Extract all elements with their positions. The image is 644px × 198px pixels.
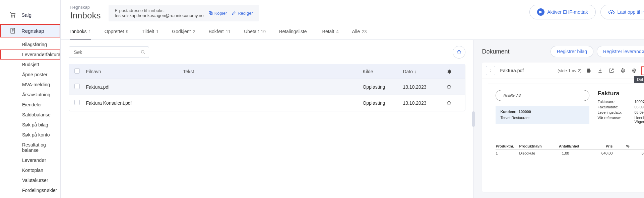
- sidebar-item-arsavslutning[interactable]: Årsavslutning: [0, 90, 60, 100]
- cell-dato: 13.10.2023: [403, 84, 446, 90]
- cell-filnavn: Faktura Konsulent.pdf: [86, 100, 183, 106]
- download-icon[interactable]: [596, 67, 604, 75]
- cart-icon: [9, 11, 16, 18]
- page-title: Innboks: [70, 10, 101, 21]
- cell-filnavn: Faktura.pdf: [86, 84, 183, 90]
- page-info: (side 1 av 2): [558, 68, 582, 73]
- tab-innboks[interactable]: Innboks1: [70, 29, 91, 39]
- pencil-icon: [232, 11, 236, 15]
- send-icon: [537, 8, 544, 16]
- copy-icon: [208, 11, 213, 15]
- svg-point-5: [141, 51, 144, 53]
- select-all-checkbox[interactable]: [74, 68, 80, 74]
- cloud-upload-icon: [608, 9, 615, 15]
- email-address: testselskap.henrik.vaagen@rc.unieconomy.…: [115, 13, 203, 18]
- sidebar-item-leverandorfaktura[interactable]: Leverandørfaktura: [0, 50, 60, 60]
- nav-regnskap-label: Regnskap: [21, 28, 44, 34]
- document-icon: [9, 27, 16, 34]
- tab-ubetalt[interactable]: Ubetalt19: [244, 29, 266, 39]
- invoice-kunde-label: Kundenr.: 100000: [500, 109, 585, 115]
- search-icon: [140, 50, 146, 55]
- sidebar-item-resultat[interactable]: Resultat og balanse: [0, 140, 60, 155]
- row-checkbox[interactable]: [74, 84, 80, 89]
- viewer-filename: Faktura.pdf: [500, 68, 524, 73]
- nav-salg-label: Salg: [21, 12, 31, 18]
- open-external-icon[interactable]: [607, 67, 616, 75]
- row-delete-icon[interactable]: [446, 84, 460, 90]
- sidebar-item-mvamelding[interactable]: MVA-melding: [0, 80, 60, 90]
- sidebar-item-kontoplan[interactable]: Kontoplan: [0, 165, 60, 175]
- cell-kilde: Opplasting: [363, 100, 403, 106]
- activate-ehf-button[interactable]: Aktiver EHF-mottak: [529, 5, 595, 19]
- print-icon[interactable]: [585, 67, 593, 75]
- upload-button[interactable]: Last opp til innboks: [600, 5, 644, 19]
- nav-regnskap[interactable]: Regnskap: [0, 24, 60, 37]
- col-kilde[interactable]: Kilde: [363, 69, 403, 74]
- sidebar-item-eiendeler[interactable]: Eiendeler: [0, 100, 60, 110]
- sidebar-item-budsjett[interactable]: Budsjett: [0, 60, 60, 70]
- invoice-line: 1 Discokule 1,00 640,00 640,00: [496, 150, 644, 155]
- split-file-icon[interactable]: Del opp fil: [642, 67, 644, 75]
- cell-dato: 13.10.2023: [403, 100, 446, 106]
- invoice-kunde-navn: Torvet Restaurant: [500, 115, 585, 121]
- svg-point-1: [14, 16, 15, 17]
- table-row[interactable]: Faktura Konsulent.pdf Opplasting 13.10.2…: [69, 95, 465, 111]
- invoice-logo: Nystiftet AS: [496, 90, 589, 101]
- col-tekst[interactable]: Tekst: [183, 69, 363, 74]
- sidebar-item-saldobalanse[interactable]: Saldobalanse: [0, 110, 60, 120]
- pdf-preview: Nystiftet AS Kundenr.: 100000 Torvet Res…: [482, 79, 644, 192]
- register-leverandorfaktura-button[interactable]: Registrer leverandørfaktura: [597, 46, 644, 57]
- sidebar-item-sokpakonto[interactable]: Søk på konto: [0, 130, 60, 140]
- sidebar-item-fordelingsnokler[interactable]: Fordelingsnøkler: [0, 185, 60, 195]
- invoice-title: Faktura: [597, 90, 644, 97]
- pane-splitter[interactable]: [472, 111, 475, 127]
- tab-tildelt[interactable]: Tildelt1: [142, 29, 158, 39]
- sidebar-item-valutakurser[interactable]: Valutakurser: [0, 175, 60, 185]
- col-dato[interactable]: Dato↓: [403, 69, 446, 74]
- email-label: E-postadresse til innboks:: [115, 8, 203, 13]
- tab-betalingsliste[interactable]: Betalingsliste: [279, 29, 309, 39]
- tab-opprettet[interactable]: Opprettet9: [105, 29, 129, 39]
- sidebar-item-bilagsforing[interactable]: Bilagsføring: [0, 39, 60, 50]
- table-header: Filnavn Tekst Kilde Dato↓: [69, 64, 465, 79]
- tab-betalt[interactable]: Betalt4: [322, 29, 339, 39]
- sidebar-item-apneposter[interactable]: Åpne poster: [0, 70, 60, 80]
- sort-desc-icon: ↓: [414, 69, 416, 74]
- row-checkbox[interactable]: [74, 100, 80, 105]
- cell-kilde: Opplasting: [363, 84, 403, 90]
- row-delete-icon[interactable]: [446, 100, 460, 106]
- bulk-delete-button[interactable]: [453, 46, 465, 59]
- tab-alle[interactable]: Alle23: [352, 29, 367, 39]
- columns-settings-icon[interactable]: [446, 69, 460, 74]
- rotate-ccw-icon[interactable]: [619, 67, 627, 75]
- tab-godkjent[interactable]: Godkjent2: [172, 29, 195, 39]
- col-filnavn[interactable]: Filnavn: [86, 69, 183, 74]
- search-input[interactable]: [69, 46, 149, 58]
- tab-bokfort[interactable]: Bokført11: [209, 29, 231, 39]
- rotate-cw-icon[interactable]: [630, 67, 638, 75]
- sidebar-item-leverandor[interactable]: Leverandør: [0, 155, 60, 165]
- document-section-title: Dokument: [482, 48, 509, 55]
- svg-point-0: [11, 16, 12, 17]
- nav-salg[interactable]: Salg: [6, 8, 54, 21]
- prev-file-button[interactable]: [486, 66, 495, 75]
- copy-link[interactable]: Kopier: [208, 11, 227, 16]
- sidebar-item-sokpabilag[interactable]: Søk på bilag: [0, 120, 60, 130]
- table-row[interactable]: Faktura.pdf Opplasting 13.10.2023: [69, 79, 465, 95]
- breadcrumb: Regnskap: [70, 5, 101, 10]
- register-bilag-button[interactable]: Registrer bilag: [551, 46, 593, 57]
- edit-link[interactable]: Rediger: [232, 11, 253, 16]
- split-tooltip: Del opp fil: [634, 76, 644, 83]
